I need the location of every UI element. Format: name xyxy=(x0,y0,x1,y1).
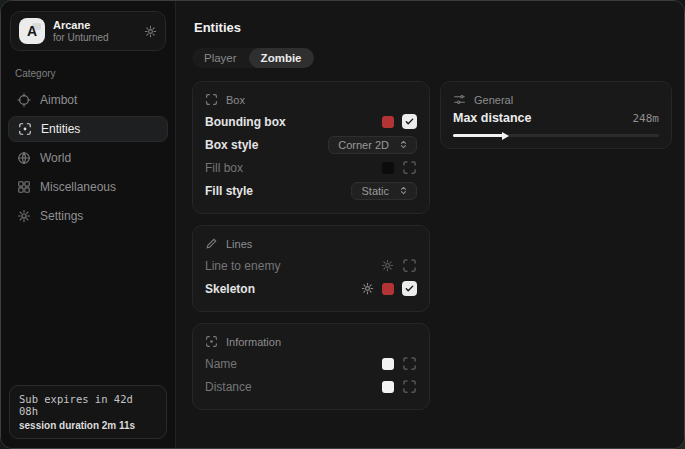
color-swatch[interactable] xyxy=(382,162,394,174)
setting-row-line-to-enemy: Line to enemy xyxy=(205,254,417,277)
row-settings-gear-icon[interactable] xyxy=(381,259,394,272)
globe-icon xyxy=(17,151,31,165)
row-label: Bounding box xyxy=(205,115,286,129)
grid-icon xyxy=(17,180,31,194)
pencil-icon xyxy=(205,237,218,250)
dropdown-value: Corner 2D xyxy=(338,139,389,151)
information-card: Information Name Distance xyxy=(192,323,430,410)
sidebar-item-miscellaneous[interactable]: Miscellaneous xyxy=(8,174,168,200)
logo-letter: A xyxy=(27,23,37,39)
slider-value: 248m xyxy=(633,112,660,125)
sliders-icon xyxy=(453,93,466,106)
box-style-dropdown[interactable]: Corner 2D xyxy=(328,136,417,154)
setting-row-fill-style: Fill style Static xyxy=(205,179,417,202)
slider-label: Max distance xyxy=(453,111,532,125)
setting-row-fill-box: Fill box xyxy=(205,156,417,179)
sidebar-item-label: Entities xyxy=(41,122,80,136)
color-swatch[interactable] xyxy=(382,381,394,393)
dropdown-value: Static xyxy=(361,185,389,197)
information-card-header: Information xyxy=(205,335,417,348)
content-area: Box Bounding box Box style Cor xyxy=(192,81,672,410)
category-label: Category xyxy=(15,68,161,79)
brand-gear-icon[interactable] xyxy=(144,25,157,38)
sidebar-nav: Aimbot Entities World Miscellaneous xyxy=(1,87,175,229)
row-label: Line to enemy xyxy=(205,259,280,273)
fill-style-dropdown[interactable]: Static xyxy=(351,182,417,200)
tab-player[interactable]: Player xyxy=(192,48,249,68)
chevrons-up-down-icon xyxy=(398,139,409,150)
lines-card-header: Lines xyxy=(205,237,417,250)
general-card-header: General xyxy=(453,93,659,106)
main-panel: Entities Player Zombie Box Bounding box xyxy=(176,1,684,448)
crosshair-icon xyxy=(17,93,31,107)
left-column: Box Bounding box Box style Cor xyxy=(192,81,430,410)
color-swatch[interactable] xyxy=(382,358,394,370)
card-title: Lines xyxy=(226,238,252,250)
sidebar-item-label: Aimbot xyxy=(40,93,77,107)
setting-row-skeleton: Skeleton xyxy=(205,277,417,300)
sidebar-item-settings[interactable]: Settings xyxy=(8,203,168,229)
row-label: Skeleton xyxy=(205,282,255,296)
row-label: Name xyxy=(205,357,237,371)
sidebar-item-aimbot[interactable]: Aimbot xyxy=(8,87,168,113)
slider-thumb[interactable] xyxy=(502,132,509,140)
color-swatch[interactable] xyxy=(382,116,394,128)
session-duration-text: session duration 2m 11s xyxy=(19,420,157,431)
setting-row-box-style: Box style Corner 2D xyxy=(205,133,417,156)
sidebar-item-label: Miscellaneous xyxy=(40,180,116,194)
sidebar: A Arcane for Unturned Category Aimbot En… xyxy=(1,1,176,448)
app-window: A Arcane for Unturned Category Aimbot En… xyxy=(0,0,685,449)
checkbox-checked[interactable] xyxy=(402,114,417,129)
setting-row-bounding-box: Bounding box xyxy=(205,110,417,133)
row-label: Distance xyxy=(205,380,252,394)
box-card: Box Bounding box Box style Cor xyxy=(192,81,430,214)
color-swatch[interactable] xyxy=(382,283,394,295)
corners-icon xyxy=(205,93,218,106)
setting-row-distance: Distance xyxy=(205,375,417,398)
row-label: Fill box xyxy=(205,161,243,175)
tab-zombie[interactable]: Zombie xyxy=(249,48,314,68)
card-title: Information xyxy=(226,336,281,348)
row-label: Box style xyxy=(205,138,258,152)
checkbox-checked[interactable] xyxy=(402,281,417,296)
max-distance-row: Max distance 248m xyxy=(453,111,659,125)
scan-icon xyxy=(18,122,32,136)
lines-card: Lines Line to enemy Skeleton xyxy=(192,225,430,312)
checkbox-unchecked[interactable] xyxy=(402,356,417,371)
sidebar-item-label: World xyxy=(40,151,71,165)
brand-name: Arcane xyxy=(53,19,136,32)
brand-card: A Arcane for Unturned xyxy=(10,11,166,51)
brand-text: Arcane for Unturned xyxy=(53,19,136,43)
chevrons-up-down-icon xyxy=(398,185,409,196)
card-title: Box xyxy=(226,94,245,106)
checkbox-unchecked[interactable] xyxy=(402,379,417,394)
box-card-header: Box xyxy=(205,93,417,106)
right-column: General Max distance 248m xyxy=(440,81,672,149)
checkbox-unchecked[interactable] xyxy=(402,258,417,273)
row-settings-gear-icon[interactable] xyxy=(361,282,374,295)
max-distance-slider[interactable] xyxy=(453,134,659,137)
sub-expires-text: Sub expires in 42d 08h xyxy=(19,393,157,417)
gear-icon xyxy=(17,209,31,223)
card-title: General xyxy=(474,94,513,106)
row-label: Fill style xyxy=(205,184,253,198)
page-title: Entities xyxy=(194,20,672,35)
scan-icon xyxy=(205,335,218,348)
general-card: General Max distance 248m xyxy=(440,81,672,149)
checkbox-unchecked[interactable] xyxy=(402,160,417,175)
slider-fill xyxy=(453,134,504,137)
sidebar-item-world[interactable]: World xyxy=(8,145,168,171)
setting-row-name: Name xyxy=(205,352,417,375)
app-logo: A xyxy=(19,18,45,44)
subscription-card: Sub expires in 42d 08h session duration … xyxy=(9,385,167,439)
sidebar-item-label: Settings xyxy=(40,209,83,223)
sidebar-item-entities[interactable]: Entities xyxy=(8,116,168,142)
brand-subtitle: for Unturned xyxy=(53,32,136,44)
entity-tabs: Player Zombie xyxy=(192,48,314,68)
